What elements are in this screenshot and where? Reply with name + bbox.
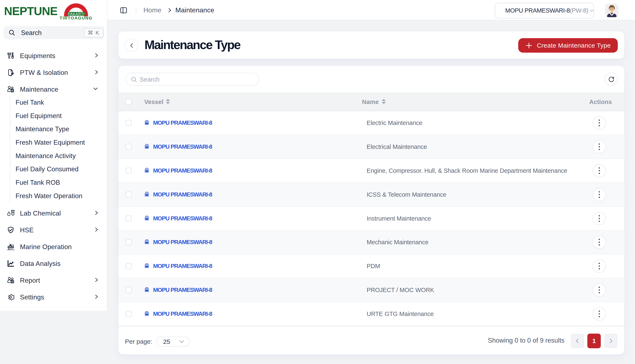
svg-text:TIRTOAGUNG: TIRTOAGUNG [60, 16, 92, 20]
svg-text:NEPTUNE: NEPTUNE [5, 4, 57, 18]
